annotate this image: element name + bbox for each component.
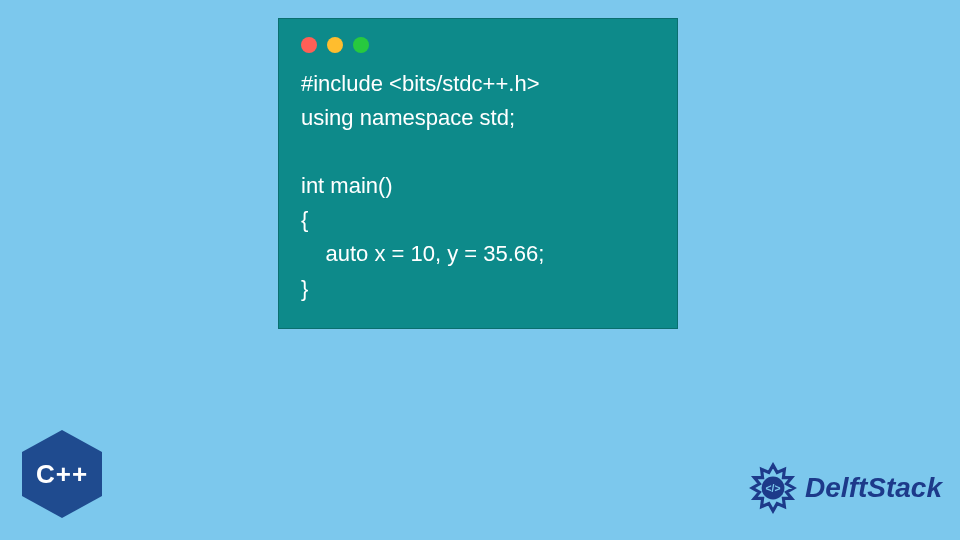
minimize-icon xyxy=(327,37,343,53)
code-window: #include <bits/stdc++.h> using namespace… xyxy=(278,18,678,329)
cpp-label: C++ xyxy=(36,459,88,490)
brand-emblem-icon: </> xyxy=(747,462,799,514)
brand-logo: </> DelftStack xyxy=(747,462,942,514)
maximize-icon xyxy=(353,37,369,53)
brand-name: DelftStack xyxy=(805,472,942,504)
cpp-logo: C++ xyxy=(22,430,102,518)
svg-text:</>: </> xyxy=(766,483,781,494)
code-block: #include <bits/stdc++.h> using namespace… xyxy=(301,67,655,306)
window-controls xyxy=(301,37,655,53)
close-icon xyxy=(301,37,317,53)
hexagon-icon: C++ xyxy=(22,430,102,518)
